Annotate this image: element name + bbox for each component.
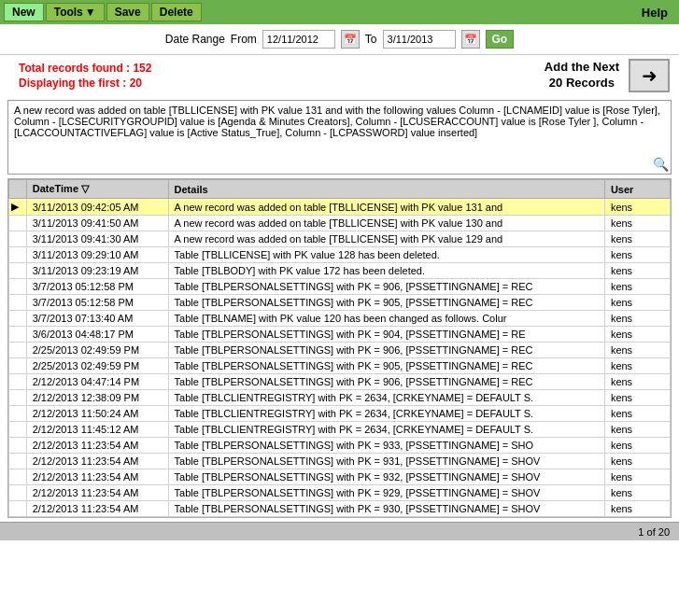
- displaying-label: Displaying the first : 20: [19, 77, 545, 90]
- table-row[interactable]: 3/11/2013 09:23:19 AMTable [TBLBODY] wit…: [9, 263, 671, 279]
- toolbar: New Tools ▼ Save Delete Help: [0, 0, 679, 24]
- from-label: From: [231, 33, 257, 46]
- row-arrow: [9, 295, 27, 311]
- row-user: kens: [604, 374, 670, 390]
- table-row[interactable]: 2/12/2013 11:23:54 AMTable [TBLPERSONALS…: [9, 438, 671, 454]
- row-arrow: [9, 422, 27, 438]
- table-row[interactable]: 2/25/2013 02:49:59 PMTable [TBLPERSONALS…: [9, 343, 671, 358]
- row-user: kens: [604, 438, 670, 454]
- row-user: kens: [604, 199, 670, 216]
- new-button[interactable]: New: [4, 3, 44, 21]
- delete-button[interactable]: Delete: [151, 3, 202, 21]
- row-arrow: [9, 343, 27, 358]
- row-datetime: 2/12/2013 04:47:14 PM: [26, 374, 168, 390]
- table-row[interactable]: 2/12/2013 11:23:54 AMTable [TBLPERSONALS…: [9, 469, 671, 485]
- row-arrow: [9, 279, 27, 295]
- table-row[interactable]: 2/12/2013 11:23:54 AMTable [TBLPERSONALS…: [9, 485, 671, 501]
- row-arrow: [9, 311, 27, 327]
- row-user: kens: [604, 231, 670, 247]
- zoom-icon[interactable]: 🔍: [653, 157, 669, 172]
- row-user: kens: [604, 327, 670, 343]
- log-detail-box: A new record was added on table [TBLLICE…: [7, 100, 672, 175]
- row-arrow: [9, 247, 27, 263]
- footer: 1 of 20: [0, 522, 679, 540]
- row-arrow: [9, 327, 27, 343]
- table-row[interactable]: 2/12/2013 11:45:12 AMTable [TBLCLIENTREG…: [9, 422, 671, 438]
- to-date-input[interactable]: [383, 30, 456, 49]
- table-body: ▶3/11/2013 09:42:05 AMA new record was a…: [9, 199, 671, 517]
- row-arrow: [9, 231, 27, 247]
- row-datetime: 3/7/2013 07:13:40 AM: [26, 311, 168, 327]
- row-details: A new record was added on table [TBLLICE…: [168, 199, 604, 216]
- row-arrow: [9, 358, 27, 374]
- row-arrow: [9, 485, 27, 501]
- to-calendar-button[interactable]: 📅: [461, 30, 480, 49]
- table-row[interactable]: 3/7/2013 07:13:40 AMTable [TBLNAME] with…: [9, 311, 671, 327]
- table-row[interactable]: 3/7/2013 05:12:58 PMTable [TBLPERSONALSE…: [9, 295, 671, 311]
- row-details: Table [TBLLICENSE] with PK value 128 has…: [168, 247, 604, 263]
- table-row[interactable]: 2/12/2013 11:23:54 AMTable [TBLPERSONALS…: [9, 501, 671, 517]
- table-row[interactable]: 2/12/2013 12:38:09 PMTable [TBLCLIENTREG…: [9, 390, 671, 406]
- row-user: kens: [604, 358, 670, 374]
- table-row[interactable]: 3/6/2013 04:48:17 PMTable [TBLPERSONALSE…: [9, 327, 671, 343]
- col-details-header[interactable]: Details: [168, 180, 604, 199]
- from-calendar-button[interactable]: 📅: [341, 30, 360, 49]
- row-details: Table [TBLPERSONALSETTINGS] with PK = 93…: [168, 454, 604, 469]
- row-datetime: 2/12/2013 11:23:54 AM: [26, 469, 168, 485]
- page-info: 1 of 20: [638, 526, 670, 538]
- table-row[interactable]: 2/12/2013 11:23:54 AMTable [TBLPERSONALS…: [9, 454, 671, 469]
- row-details: Table [TBLPERSONALSETTINGS] with PK = 90…: [168, 374, 604, 390]
- row-details: Table [TBLPERSONALSETTINGS] with PK = 93…: [168, 469, 604, 485]
- from-date-input[interactable]: [262, 30, 335, 49]
- row-arrow: [9, 390, 27, 406]
- row-details: Table [TBLCLIENTREGISTRY] with PK = 2634…: [168, 406, 604, 422]
- row-arrow: [9, 454, 27, 469]
- row-user: kens: [604, 311, 670, 327]
- row-datetime: 3/11/2013 09:41:30 AM: [26, 231, 168, 247]
- row-details: Table [TBLPERSONALSETTINGS] with PK = 90…: [168, 295, 604, 311]
- row-arrow: [9, 216, 27, 231]
- row-user: kens: [604, 485, 670, 501]
- save-button[interactable]: Save: [106, 3, 149, 21]
- row-datetime: 3/11/2013 09:23:19 AM: [26, 263, 168, 279]
- to-label: To: [365, 33, 377, 46]
- row-datetime: 2/25/2013 02:49:59 PM: [26, 343, 168, 358]
- row-user: kens: [604, 390, 670, 406]
- date-range-label: Date Range: [165, 33, 225, 46]
- row-details: Table [TBLPERSONALSETTINGS] with PK = 93…: [168, 501, 604, 517]
- table-row[interactable]: 2/12/2013 11:50:24 AMTable [TBLCLIENTREG…: [9, 406, 671, 422]
- row-details: Table [TBLCLIENTREGISTRY] with PK = 2634…: [168, 422, 604, 438]
- row-details: A new record was added on table [TBLLICE…: [168, 216, 604, 231]
- table-row[interactable]: 3/11/2013 09:29:10 AMTable [TBLLICENSE] …: [9, 247, 671, 263]
- row-datetime: 3/6/2013 04:48:17 PM: [26, 327, 168, 343]
- info-left: Total records found : 152 Displaying the…: [19, 62, 545, 90]
- table-row[interactable]: 2/25/2013 02:49:59 PMTable [TBLPERSONALS…: [9, 358, 671, 374]
- row-arrow: [9, 501, 27, 517]
- audit-table: DateTime ▽ Details User ▶3/11/2013 09:42…: [8, 179, 671, 517]
- col-user-header[interactable]: User: [604, 180, 670, 199]
- row-user: kens: [604, 469, 670, 485]
- row-arrow: ▶: [9, 199, 27, 216]
- row-datetime: 3/11/2013 09:41:50 AM: [26, 216, 168, 231]
- row-datetime: 3/11/2013 09:29:10 AM: [26, 247, 168, 263]
- table-row[interactable]: 3/11/2013 09:41:50 AMA new record was ad…: [9, 216, 671, 231]
- row-arrow: [9, 374, 27, 390]
- go-button[interactable]: Go: [486, 30, 515, 49]
- help-button[interactable]: Help: [634, 4, 675, 21]
- tools-button[interactable]: Tools ▼: [46, 3, 105, 21]
- row-user: kens: [604, 263, 670, 279]
- row-datetime: 2/12/2013 11:23:54 AM: [26, 454, 168, 469]
- table-row[interactable]: 3/11/2013 09:41:30 AMA new record was ad…: [9, 231, 671, 247]
- table-row[interactable]: 2/12/2013 04:47:14 PMTable [TBLPERSONALS…: [9, 374, 671, 390]
- table-row[interactable]: 3/7/2013 05:12:58 PMTable [TBLPERSONALSE…: [9, 279, 671, 295]
- col-datetime-header[interactable]: DateTime ▽: [26, 180, 168, 199]
- row-datetime: 2/25/2013 02:49:59 PM: [26, 358, 168, 374]
- row-user: kens: [604, 422, 670, 438]
- row-details: Table [TBLPERSONALSETTINGS] with PK = 93…: [168, 438, 604, 454]
- row-arrow: [9, 406, 27, 422]
- table-row[interactable]: ▶3/11/2013 09:42:05 AMA new record was a…: [9, 199, 671, 216]
- row-datetime: 2/12/2013 11:23:54 AM: [26, 438, 168, 454]
- row-datetime: 2/12/2013 11:50:24 AM: [26, 406, 168, 422]
- row-details: Table [TBLNAME] with PK value 120 has be…: [168, 311, 604, 327]
- next-records-button[interactable]: ➜: [629, 59, 670, 92]
